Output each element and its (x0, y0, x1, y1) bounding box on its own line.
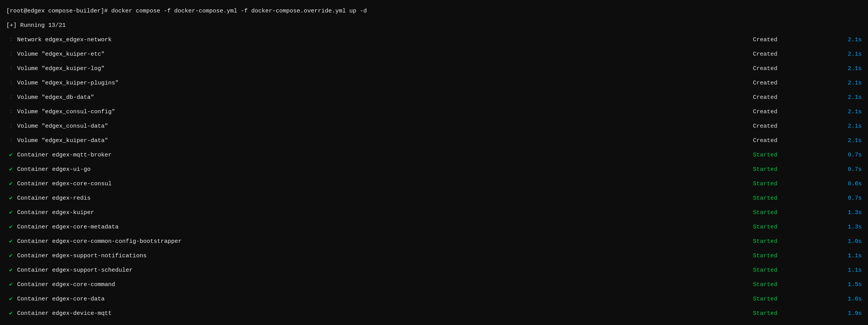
prompt-text: [root@edgex compose-builder]# docker com… (6, 4, 367, 18)
item-status: Started (753, 278, 831, 292)
item-timing: 1.6s (831, 292, 862, 306)
item-status: Started (753, 263, 831, 278)
item-name: Volume "edgex_kuiper-etc" (17, 47, 753, 61)
check-icon: ✔ (6, 148, 16, 162)
output-row: ✔Container edgex-ui-goStarted0.7s (6, 162, 862, 177)
output-row: ✔Container edgex-redisStarted0.7s (6, 191, 862, 206)
check-icon: ✔ (6, 263, 16, 278)
output-row: ⁚Volume "edgex_consul-config"Created2.1s (6, 105, 862, 119)
item-timing: 2.1s (831, 47, 862, 61)
output-row: ✔Container edgex-core-common-config-boot… (6, 234, 862, 249)
item-status: Created (753, 134, 831, 148)
item-timing: 1.5s (831, 278, 862, 292)
dot-icon: ⁚ (6, 119, 16, 134)
item-timing: 2.1s (831, 134, 862, 148)
item-timing: 1.3s (831, 206, 862, 220)
check-icon: ✔ (6, 162, 16, 177)
item-status: Started (753, 148, 831, 162)
item-status: Started (753, 234, 831, 249)
item-timing: 0.6s (831, 177, 862, 191)
output-rows: ⁚Network edgex_edgex-networkCreated2.1s⁚… (6, 33, 862, 325)
check-icon: ✔ (6, 220, 16, 234)
item-timing: 2.1s (831, 105, 862, 119)
item-status: Started (753, 177, 831, 191)
item-status: Created (753, 76, 831, 90)
check-icon: ✔ (6, 206, 16, 220)
output-row: ✔Container edgex-mqtt-brokerStarted0.7s (6, 148, 862, 162)
terminal-window: [root@edgex compose-builder]# docker com… (0, 0, 868, 325)
item-name: Container edgex-redis (17, 191, 753, 206)
check-icon: ✔ (6, 278, 16, 292)
output-row: ⁚Volume "edgex_kuiper-log"Created2.1s (6, 61, 862, 76)
output-row: ⁚Volume "edgex_consul-data"Created2.1s (6, 119, 862, 134)
output-row: ✔Container edgex-support-schedulerStarte… (6, 263, 862, 278)
output-row: ✔Container edgex-support-notificationsSt… (6, 249, 862, 263)
dot-icon: ⁚ (6, 61, 16, 76)
output-row: ⁚Volume "edgex_kuiper-etc"Created2.1s (6, 47, 862, 61)
item-name: Container edgex-support-scheduler (17, 263, 753, 278)
item-timing: 1.3s (831, 220, 862, 234)
item-status: Started (753, 162, 831, 177)
item-name: Container edgex-core-common-config-boots… (17, 234, 753, 249)
item-timing: 2.1s (831, 119, 862, 134)
output-row: ✔Container edgex-core-consulStarted0.6s (6, 177, 862, 191)
item-status: Started (753, 292, 831, 306)
check-icon: ✔ (6, 249, 16, 263)
item-timing: 0.7s (831, 191, 862, 206)
item-timing: 1.9s (831, 306, 862, 321)
item-status: Started (753, 206, 831, 220)
item-name: Volume "edgex_consul-data" (17, 119, 753, 134)
item-status: Created (753, 61, 831, 76)
item-name: Container edgex-core-command (17, 278, 753, 292)
dot-icon: ⁚ (6, 47, 16, 61)
item-name: Volume "edgex_kuiper-data" (17, 134, 753, 148)
dot-icon: ⁚ (6, 90, 16, 105)
item-timing: 0.7s (831, 162, 862, 177)
item-timing: 2.1s (831, 61, 862, 76)
dot-icon: ⁚ (6, 105, 16, 119)
item-timing: 2.0s (831, 321, 862, 325)
item-name: Volume "edgex_consul-config" (17, 105, 753, 119)
item-name: Container edgex-core-consul (17, 177, 753, 191)
item-status: Started (753, 306, 831, 321)
output-row: ⁚Volume "edgex_kuiper-data"Created2.1s (6, 134, 862, 148)
check-icon: ✔ (6, 306, 16, 321)
output-row: ⁚Volume "edgex_db-data"Created2.1s (6, 90, 862, 105)
item-name: Container edgex-mqtt-broker (17, 148, 753, 162)
output-row: ⁚Network edgex_edgex-networkCreated2.1s (6, 33, 862, 47)
item-status: Started (753, 191, 831, 206)
output-row: ✔Container edgex-core-metadataStarted1.3… (6, 220, 862, 234)
dot-icon: ⁚ (6, 134, 16, 148)
running-line: [+] Running 13/21 (6, 18, 862, 33)
item-status: Created (753, 33, 831, 47)
output-row: ✔Container edgex-kuiperStarted1.3s (6, 206, 862, 220)
item-name: Volume "edgex_kuiper-log" (17, 61, 753, 76)
item-status: Started (753, 249, 831, 263)
output-row: ✔Container edgex-app-rules-engineStarted… (6, 321, 862, 325)
item-name: Container edgex-kuiper (17, 206, 753, 220)
item-name: Container edgex-core-metadata (17, 220, 753, 234)
item-name: Container edgex-device-mqtt (17, 306, 753, 321)
running-text: [+] Running 13/21 (6, 18, 66, 33)
item-status: Created (753, 119, 831, 134)
item-status: Created (753, 105, 831, 119)
item-name: Volume "edgex_db-data" (17, 90, 753, 105)
item-name: Network edgex_edgex-network (17, 33, 753, 47)
output-row: ✔Container edgex-core-commandStarted1.5s (6, 278, 862, 292)
item-name: Container edgex-app-rules-engine (17, 321, 753, 325)
check-icon: ✔ (6, 191, 16, 206)
item-name: Container edgex-support-notifications (17, 249, 753, 263)
item-timing: 2.1s (831, 76, 862, 90)
item-name: Container edgex-ui-go (17, 162, 753, 177)
item-status: Started (753, 321, 831, 325)
check-icon: ✔ (6, 321, 16, 325)
output-row: ✔Container edgex-core-dataStarted1.6s (6, 292, 862, 306)
check-icon: ✔ (6, 292, 16, 306)
item-timing: 1.1s (831, 263, 862, 278)
item-status: Created (753, 90, 831, 105)
item-timing: 2.1s (831, 33, 862, 47)
item-status: Started (753, 220, 831, 234)
output-row: ✔Container edgex-device-mqttStarted1.9s (6, 306, 862, 321)
item-timing: 0.7s (831, 148, 862, 162)
dot-icon: ⁚ (6, 76, 16, 90)
